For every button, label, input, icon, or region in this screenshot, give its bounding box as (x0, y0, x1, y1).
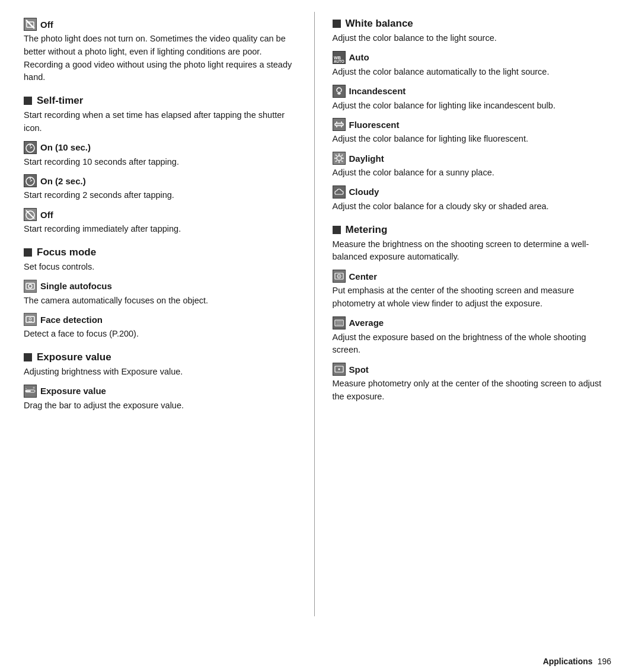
white-balance-square (333, 20, 341, 28)
timer-10sec-desc: Start recording 10 seconds after tapping… (24, 156, 296, 169)
svg-line-34 (336, 155, 337, 156)
wb-daylight-subsection: Daylight Adjust the color balance for a … (333, 152, 612, 180)
metering-center-title: Center (349, 271, 378, 281)
face-detection-desc: Detect a face to focus (P.200). (24, 328, 296, 341)
metering-average-desc: Adjust the exposure based on the brightn… (333, 331, 612, 357)
metering-spot-title: Spot (349, 364, 369, 375)
timer-off-subsection: Off Start recording immediately after ta… (24, 208, 296, 236)
wb-fluorescent-subsection: Fluorescent Adjust the color balance for… (333, 118, 612, 146)
wb-auto-icon: WB AUTO (333, 51, 346, 64)
metering-title: Metering (346, 224, 388, 236)
exposure-value-title: Exposure value (37, 351, 111, 363)
svg-point-29 (337, 156, 341, 161)
exposure-value-sub-subsection: + - Exposure value Drag the bar to adjus… (24, 385, 296, 412)
svg-point-13 (29, 318, 31, 320)
svg-text:AUTO: AUTO (333, 59, 344, 63)
exposure-value-icon: + - (24, 385, 37, 398)
off-icon (24, 18, 37, 31)
wb-daylight-title: Daylight (349, 153, 384, 164)
metering-center-subsection: Center Put emphasis at the center of the… (333, 270, 612, 311)
metering-spot-subsection: Spot Measure photometry only at the cent… (333, 363, 612, 404)
svg-line-36 (341, 155, 343, 156)
exposure-value-desc: Adjusting brightness with Exposure value… (24, 366, 296, 379)
timer-2sec-desc: Start recording 2 seconds after tapping. (24, 189, 296, 202)
svg-text:-: - (25, 386, 27, 390)
self-timer-desc: Start recording when a set time has elap… (24, 109, 296, 135)
photo-light-off-section: Off The photo light does not turn on. So… (24, 18, 296, 84)
timer-10sec-subsection: On (10 sec.) Start recording 10 seconds … (24, 141, 296, 169)
metering-desc: Measure the brightness on the shooting s… (333, 238, 612, 264)
exposure-value-section: Exposure value Adjusting brightness with… (24, 351, 296, 412)
timer-2-icon (24, 174, 37, 187)
wb-auto-title: Auto (349, 52, 369, 62)
svg-line-35 (341, 161, 343, 162)
metering-average-title: Average (349, 318, 384, 328)
page-footer: Applications 196 (0, 657, 629, 666)
metering-spot-desc: Measure photometry only at the center of… (333, 377, 612, 404)
svg-point-46 (338, 369, 340, 370)
exposure-value-sub-title: Exposure value (40, 386, 106, 396)
face-detection-subsection: Face detection Detect a face to focus (P… (24, 313, 296, 341)
timer-10sec-title: On (10 sec.) (40, 142, 91, 152)
metering-average-icon (333, 316, 346, 329)
timer-off-icon (24, 208, 37, 221)
self-timer-title: Self-timer (37, 95, 83, 107)
right-column: White balance Adjust the color balance t… (315, 12, 630, 616)
footer-label: Applications (543, 657, 593, 666)
photo-light-off-desc: The photo light does not turn on. Someti… (24, 33, 296, 84)
timer-off-desc: Start recording immediately after tappin… (24, 223, 296, 236)
focus-mode-section: Focus mode Set focus controls. Single au… (24, 247, 296, 341)
exposure-value-sub-desc: Drag the bar to adjust the exposure valu… (24, 399, 296, 412)
wb-cloudy-subsection: Cloudy Adjust the color balance for a cl… (333, 185, 612, 213)
svg-line-7 (30, 180, 32, 181)
wb-cloudy-title: Cloudy (349, 187, 379, 197)
wb-fluorescent-icon (333, 118, 346, 131)
wb-fluorescent-desc: Adjust the color balance for lighting li… (333, 133, 612, 146)
focus-mode-title: Focus mode (37, 247, 96, 258)
wb-incandescent-desc: Adjust the color balance for lighting li… (333, 100, 612, 113)
white-balance-title: White balance (346, 18, 413, 30)
timer-2sec-title: On (2 sec.) (40, 176, 86, 186)
photo-light-off-title: Off (40, 20, 53, 30)
svg-text:+: + (33, 386, 35, 390)
single-autofocus-desc: The camera automatically focuses on the … (24, 295, 296, 308)
left-column: Off The photo light does not turn on. So… (0, 12, 315, 616)
svg-line-4 (30, 147, 32, 148)
focus-mode-desc: Set focus controls. (24, 261, 296, 274)
wb-fluorescent-title: Fluorescent (349, 120, 400, 130)
self-timer-square (24, 97, 32, 105)
svg-rect-15 (25, 391, 31, 392)
face-detection-icon (24, 313, 37, 326)
svg-line-37 (336, 161, 337, 162)
timer-2sec-subsection: On (2 sec.) Start recording 2 seconds af… (24, 174, 296, 202)
wb-auto-subsection: WB AUTO Auto Adjust the color balance au… (333, 51, 612, 79)
metering-section: Metering Measure the brightness on the s… (333, 224, 612, 404)
wb-incandescent-icon (333, 85, 346, 98)
svg-point-40 (339, 276, 340, 277)
single-autofocus-title: Single autofocus (40, 281, 112, 291)
single-autofocus-icon (24, 280, 37, 293)
svg-point-20 (337, 88, 341, 92)
footer-page-number: 196 (598, 657, 611, 666)
face-detection-title: Face detection (40, 315, 103, 325)
wb-daylight-icon (333, 152, 346, 165)
metering-average-subsection: Average Adjust the exposure based on the… (333, 316, 612, 357)
wb-incandescent-title: Incandescent (349, 86, 406, 96)
wb-cloudy-desc: Adjust the color balance for a cloudy sk… (333, 200, 612, 213)
timer-10-icon (24, 141, 37, 154)
wb-auto-desc: Adjust the color balance automatically t… (333, 66, 612, 79)
metering-center-icon (333, 270, 346, 283)
self-timer-section: Self-timer Start recording when a set ti… (24, 95, 296, 236)
timer-off-title: Off (40, 210, 53, 220)
white-balance-section: White balance Adjust the color balance t… (333, 18, 612, 213)
wb-cloudy-icon (333, 185, 346, 199)
white-balance-desc: Adjust the color balance to the light so… (333, 32, 612, 45)
exposure-value-square (24, 353, 32, 361)
metering-center-desc: Put emphasis at the center of the shooti… (333, 284, 612, 311)
svg-point-11 (28, 284, 32, 288)
metering-square (333, 226, 341, 234)
wb-daylight-desc: Adjust the color balance for a sunny pla… (333, 167, 612, 180)
wb-incandescent-subsection: Incandescent Adjust the color balance fo… (333, 85, 612, 113)
metering-spot-icon (333, 363, 346, 376)
focus-mode-square (24, 248, 32, 257)
